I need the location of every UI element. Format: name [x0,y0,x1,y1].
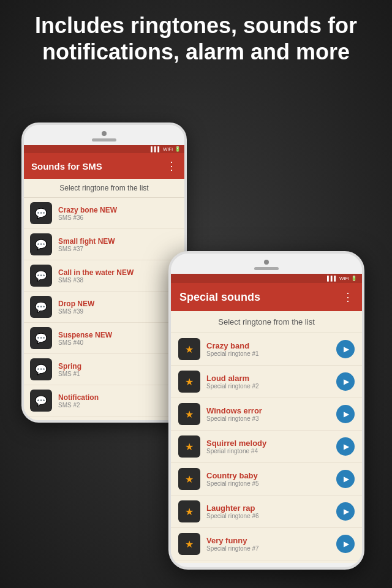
special-list-item[interactable]: ★ Laughter rap Special ringtone #6 ▶ [171,496,362,528]
item-icon-box: 💬 [30,327,52,349]
star-icon: ★ [185,441,194,453]
play-button[interactable]: ▶ [336,470,355,488]
select-hint-2: Select ringtone from the list [171,311,362,333]
list-item[interactable]: 💬 Crazy bone NEW SMS #36 [24,198,184,229]
special-info: Loud alarm Special ringtone #2 [206,374,336,390]
item-name: Small fight NEW [58,237,178,246]
special-icon-box: ★ [178,371,200,393]
item-sub: SMS #37 [58,246,178,252]
star-icon: ★ [185,538,194,550]
status-bar-1: ▌▌▌ WiFi 🔋 [24,145,184,153]
special-sub: Special ringtone #1 [206,350,336,357]
play-icon: ▶ [344,410,349,418]
item-sub: SMS #1 [58,371,178,377]
item-sub: SMS #36 [58,214,178,221]
list-item[interactable]: 💬 Small fight NEW SMS #37 [24,229,184,260]
item-info: Small fight NEW SMS #37 [58,237,178,252]
phone-2-screen: ▌▌▌ WiFi 🔋 Special sounds ⋮ Select ringt… [171,274,362,563]
special-info: Squirrel melody Sperial ringtone #4 [206,439,336,454]
chat-icon: 💬 [35,301,47,313]
special-name: Laughter rap [206,503,336,513]
item-info: Call in the water NEW SMS #38 [58,268,178,284]
list-item[interactable]: 💬 Alarm SMS #3 [24,417,184,423]
signal-icon-2: ▌▌▌ [327,276,337,281]
wifi-icon-2: WiFi [339,276,349,281]
item-icon-box: 💬 [30,390,52,412]
play-button[interactable]: ▶ [336,340,355,358]
wifi-icon: WiFi [163,146,173,152]
special-name: Crazy band [206,341,336,350]
item-name: Suspense NEW [58,331,178,339]
app-title-2: Special sounds [179,291,260,304]
app-title-1: Sounds for SMS [31,161,102,172]
item-icon-box: 💬 [30,233,52,255]
special-sub: Special ringtone #3 [206,415,336,422]
play-button[interactable]: ▶ [336,437,355,456]
item-icon-box: 💬 [30,296,52,318]
special-info: Country baby Special ringtone #5 [206,471,336,487]
chat-icon: 💬 [35,395,47,407]
special-icon-box: ★ [178,468,200,490]
list-item[interactable]: 💬 Drop NEW SMS #39 [24,292,184,323]
list-item[interactable]: 💬 Suspense NEW SMS #40 [24,323,184,354]
item-name: Crazy bone NEW [58,206,178,214]
star-icon: ★ [185,409,194,420]
status-bar-2: ▌▌▌ WiFi 🔋 [171,274,362,283]
item-info: Suspense NEW SMS #40 [58,331,178,346]
play-button[interactable]: ▶ [336,405,355,423]
phone-1-screen: ▌▌▌ WiFi 🔋 Sounds for SMS ⋮ Select ringt… [24,145,184,423]
special-sub: Sperial ringtone #4 [206,448,336,454]
play-icon: ▶ [344,377,349,386]
item-sub: SMS #38 [58,277,178,284]
header-line1: Includes ringtones, sounds for [35,13,357,38]
item-icon-box: 💬 [30,358,52,380]
item-name: Drop NEW [58,300,178,308]
special-name: Squirrel melody [206,439,336,448]
select-hint-1: Select ringtone from the list [24,179,184,198]
item-info: Spring SMS #1 [58,362,178,377]
battery-icon: 🔋 [175,146,181,152]
special-list-item[interactable]: ★ Country baby Special ringtone #5 ▶ [171,463,362,496]
list-item[interactable]: 💬 Call in the water NEW SMS #38 [24,260,184,292]
item-sub: SMS #2 [58,402,178,409]
item-icon-box: 💬 [30,202,52,224]
play-button[interactable]: ▶ [336,372,355,391]
play-icon: ▶ [344,475,349,483]
item-icon-box: 💬 [30,265,52,287]
star-icon: ★ [185,506,194,518]
camera-dot [102,131,107,136]
chat-icon: 💬 [35,208,47,219]
special-icon-box: ★ [178,403,200,425]
special-list-item[interactable]: ★ Loud alarm Special ringtone #2 ▶ [171,366,362,398]
play-icon: ▶ [344,507,349,516]
special-name: Loud alarm [206,374,336,383]
item-info: Drop NEW SMS #39 [58,300,178,315]
special-info: Crazy band Special ringtone #1 [206,341,336,357]
item-name: Notification [58,393,178,402]
item-sub: SMS #40 [58,339,178,346]
play-button[interactable]: ▶ [336,535,355,553]
special-list-item[interactable]: ★ Squirrel melody Sperial ringtone #4 ▶ [171,431,362,463]
special-name: Very funny [206,536,336,545]
special-list-item[interactable]: ★ Crazy band Special ringtone #1 ▶ [171,333,362,366]
menu-button-2[interactable]: ⋮ [342,290,353,304]
item-sub: SMS #39 [58,308,178,315]
header-text: Includes ringtones, sounds for notificat… [24,12,368,65]
chat-icon: 💬 [35,364,47,375]
special-info: Laughter rap Special ringtone #6 [206,503,336,519]
special-info: Windows error Special ringtone #3 [206,406,336,422]
star-icon: ★ [185,376,194,388]
chat-icon: 💬 [35,239,47,251]
play-icon: ▶ [344,540,349,548]
phone-2: ▌▌▌ WiFi 🔋 Special sounds ⋮ Select ringt… [168,251,364,570]
special-sub: Special ringtone #6 [206,513,336,519]
list-item[interactable]: 💬 Spring SMS #1 [24,354,184,385]
menu-button-1[interactable]: ⋮ [166,159,177,173]
app-bar-2: Special sounds ⋮ [171,283,362,311]
list-item[interactable]: 💬 Notification SMS #2 [24,385,184,417]
special-list-item[interactable]: ★ Very funny Special ringtone #7 ▶ [171,528,362,560]
special-list-item[interactable]: ★ Windows error Special ringtone #3 ▶ [171,398,362,431]
item-name: Spring [58,362,178,371]
play-button[interactable]: ▶ [336,502,355,521]
special-info: Very funny Special ringtone #7 [206,536,336,552]
